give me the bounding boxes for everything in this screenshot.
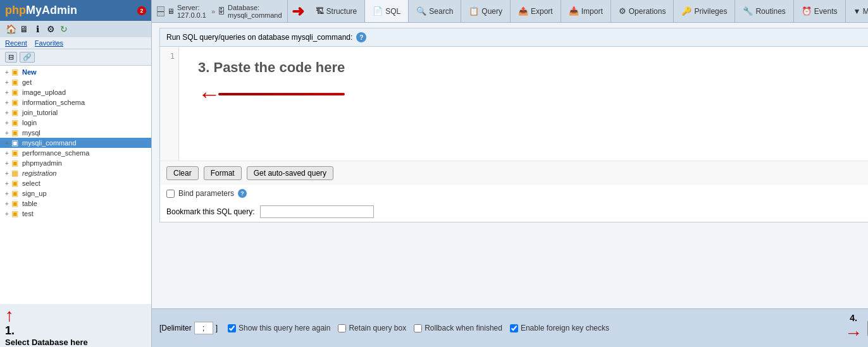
tab-more[interactable]: ▼ More xyxy=(846,0,868,22)
sql-panel-header: Run SQL query/queries on database mysqli… xyxy=(160,28,868,47)
info-icon[interactable]: ℹ xyxy=(32,23,43,35)
bookmark-input[interactable] xyxy=(260,205,374,218)
bind-params-checkbox[interactable] xyxy=(166,190,175,198)
tree-item-test[interactable]: + ▣ test xyxy=(0,209,151,219)
show-query-option[interactable]: Show this query here again xyxy=(228,324,330,332)
tree-item-mysqli-command[interactable]: + ▣ mysqli_command xyxy=(0,138,151,148)
favorites-link[interactable]: Favorites xyxy=(35,39,63,47)
tab-operations[interactable]: ⚙ Operations xyxy=(611,0,674,22)
expand-icon: + xyxy=(3,108,11,117)
tree-label: phpmyadmin xyxy=(22,159,62,167)
privileges-icon: 🔑 xyxy=(681,6,691,16)
expand-icon: + xyxy=(3,98,11,107)
bind-help-icon[interactable]: ? xyxy=(238,189,247,198)
main-content: — 🖥 Server: 127.0.0.1 » 🗄 Database: mysq… xyxy=(152,0,868,347)
clear-button[interactable]: Clear xyxy=(166,166,199,180)
recent-link[interactable]: Recent xyxy=(5,39,27,47)
rollback-checkbox[interactable] xyxy=(414,324,422,332)
sidebar-nav-links: Recent Favorites xyxy=(0,37,151,49)
sql-editor-input[interactable] xyxy=(179,47,868,161)
bottom-bar: [Delimiter ] Show this query here again … xyxy=(152,308,868,347)
db-icon: ▣ xyxy=(11,98,20,107)
tab-query[interactable]: 📋 Query xyxy=(461,0,511,22)
rollback-option[interactable]: Rollback when finished xyxy=(414,324,502,332)
tree-item-registration[interactable]: + ▦ registration xyxy=(0,168,151,178)
expand-icon: + xyxy=(3,128,11,137)
link-button[interactable]: 🔗 xyxy=(20,52,35,63)
expand-icon: + xyxy=(3,138,11,147)
logo-myadmin: MyAdmin xyxy=(26,4,77,16)
bind-params-label: Bind parameters xyxy=(178,189,234,198)
delimiter-close: ] xyxy=(216,324,218,332)
minimize-button[interactable]: — xyxy=(157,6,164,16)
tab-routines[interactable]: 🔧 Routines xyxy=(735,0,793,22)
show-query-checkbox[interactable] xyxy=(228,324,236,332)
annotation-4-text: 4. xyxy=(850,313,857,323)
expand-icon: + xyxy=(3,169,11,178)
tree-item-phpmyadmin[interactable]: + ▣ phpmyadmin xyxy=(0,158,151,168)
sql-help-icon[interactable]: ? xyxy=(356,32,366,42)
tree-item-join-tutorial[interactable]: + ▣ join_tutorial xyxy=(0,107,151,118)
delimiter-input[interactable] xyxy=(194,322,213,334)
tree-label: performance_schema xyxy=(22,149,89,157)
format-button[interactable]: Format xyxy=(204,166,242,180)
annotation-1-num: 1. xyxy=(5,324,15,338)
bind-params-row: Bind parameters ? xyxy=(160,185,868,202)
expand-icon: + xyxy=(3,159,11,167)
tab-import-label: Import xyxy=(581,7,603,16)
db-icon: ▣ xyxy=(11,159,20,167)
sql-panel: Run SQL query/queries on database mysqli… xyxy=(159,28,868,222)
breadcrumb: 🖥 Server: 127.0.0.1 » 🗄 Database: mysqli… xyxy=(167,4,282,19)
tree-label: image_upload xyxy=(22,88,66,96)
go-btn-area: 4. → Go xyxy=(845,313,868,343)
tree-item-login[interactable]: + ▣ login xyxy=(0,118,151,128)
retain-query-label: Retain query box xyxy=(349,324,406,332)
sidebar-icons-row: 🏠 🖥 ℹ ⚙ ↻ xyxy=(0,21,151,37)
tab-more-label: ▼ More xyxy=(853,7,868,16)
collapse-all-button[interactable]: ⊟ xyxy=(5,52,17,63)
tab-search-label: Search xyxy=(429,7,453,16)
expand-icon: + xyxy=(3,149,11,157)
foreign-key-option[interactable]: Enable foreign key checks xyxy=(510,324,609,332)
tree-item-select[interactable]: + ▣ select xyxy=(0,178,151,188)
db-icon: ▣ xyxy=(11,179,20,188)
settings-icon[interactable]: ⚙ xyxy=(45,23,56,35)
db-icon: ▣ xyxy=(11,128,20,137)
reload-icon[interactable]: 🖥 xyxy=(18,23,30,35)
expand-icon: + xyxy=(3,199,11,208)
expand-icon: + xyxy=(3,68,11,76)
expand-icon: + xyxy=(3,88,11,97)
expand-icon: + xyxy=(3,209,11,218)
structure-icon: 🏗 xyxy=(316,6,324,16)
annotation-4: 4. → xyxy=(845,313,862,343)
foreign-key-checkbox[interactable] xyxy=(510,324,518,332)
home-icon[interactable]: 🏠 xyxy=(5,23,16,35)
tree-item-mysql[interactable]: + ▣ mysql xyxy=(0,128,151,138)
tab-sql[interactable]: 📄 SQL xyxy=(365,0,409,22)
server-label: Server: 127.0.0.1 xyxy=(177,4,209,19)
sql-buttons-row: Clear Format Get auto-saved query xyxy=(160,161,868,185)
retain-query-option[interactable]: Retain query box xyxy=(338,324,406,332)
rollback-label: Rollback when finished xyxy=(425,324,502,332)
tab-import[interactable]: 📥 Import xyxy=(561,0,611,22)
foreign-key-label: Enable foreign key checks xyxy=(521,324,609,332)
routines-icon: 🔧 xyxy=(743,6,753,16)
refresh-icon[interactable]: ↻ xyxy=(58,23,70,35)
db-icon: ▣ xyxy=(11,149,20,157)
expand-icon: + xyxy=(3,78,11,87)
tree-item-image-upload[interactable]: + ▣ image_upload xyxy=(0,87,151,97)
tab-privileges[interactable]: 🔑 Privileges xyxy=(674,0,735,22)
tab-structure[interactable]: 🏗 Structure xyxy=(308,0,366,22)
tree-item-table[interactable]: + ▣ table xyxy=(0,198,151,209)
tab-events[interactable]: ⏰ Events xyxy=(794,0,846,22)
retain-query-checkbox[interactable] xyxy=(338,324,346,332)
tab-search[interactable]: 🔍 Search xyxy=(409,0,461,22)
tree-item-get[interactable]: + ▣ get xyxy=(0,77,151,87)
tree-item-information-schema[interactable]: + ▣ information_schema xyxy=(0,97,151,107)
tree-item-performance-schema[interactable]: + ▣ performance_schema xyxy=(0,148,151,158)
tree-item-sign-up[interactable]: + ▣ sign_up xyxy=(0,188,151,198)
tab-query-label: Query xyxy=(481,7,502,16)
tree-item-new[interactable]: + ▣ New xyxy=(0,67,151,77)
get-autosaved-button[interactable]: Get auto-saved query xyxy=(247,166,333,180)
tab-export[interactable]: 📤 Export xyxy=(511,0,561,22)
